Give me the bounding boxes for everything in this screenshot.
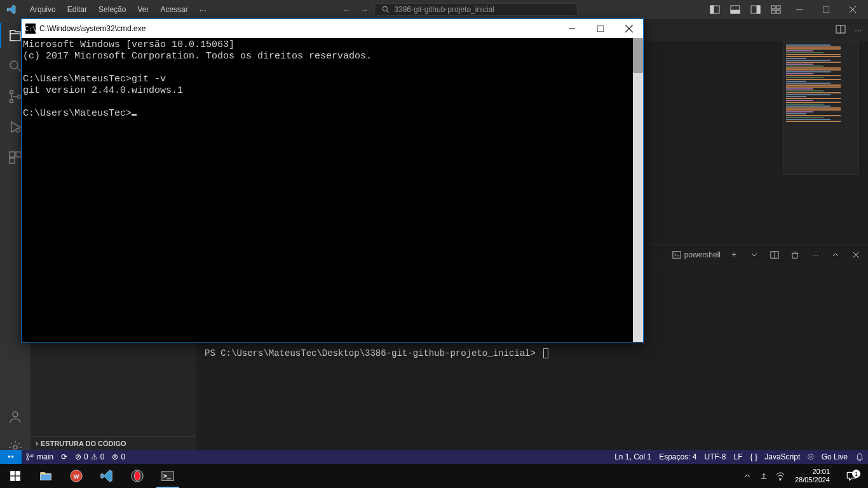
status-remote-icon[interactable] [0, 450, 22, 464]
cmd-minimize-button[interactable] [557, 19, 586, 38]
svg-rect-5 [731, 10, 740, 13]
chevron-right-icon: › [36, 439, 38, 448]
svg-point-26 [13, 445, 17, 449]
status-problems[interactable]: ⊘0 ⚠0 [71, 450, 108, 464]
window-close-button[interactable] [840, 0, 865, 19]
taskbar-explorer-icon[interactable] [31, 464, 61, 488]
minimap[interactable] [783, 41, 859, 175]
panel-more-icon[interactable]: ··· [808, 250, 822, 259]
cmd-line: C:\Users\MateusTec>git -v [23, 74, 166, 85]
layout-panel-icon[interactable] [726, 0, 745, 19]
cmd-body[interactable]: Microsoft Windows [versão 10.0.15063] (c… [22, 38, 643, 342]
cmd-scroll-thumb[interactable] [633, 38, 643, 73]
svg-rect-9 [776, 6, 780, 9]
split-editor-icon[interactable] [833, 22, 848, 39]
error-icon: ⊘ [75, 452, 81, 461]
branch-icon [25, 452, 34, 461]
broadcast-icon: ⦾ [808, 452, 814, 461]
taskbar-vscode-icon[interactable] [92, 464, 122, 488]
svg-point-44 [134, 471, 140, 481]
nav-back-icon[interactable]: ← [339, 2, 354, 17]
cmd-maximize-button[interactable] [586, 19, 614, 38]
terminal-cursor [543, 348, 548, 358]
terminal-tab-powershell[interactable]: powershell [672, 250, 721, 259]
svg-rect-13 [823, 6, 829, 13]
warning-icon: ⚠ [91, 452, 98, 461]
menu-acessar[interactable]: Acessar [155, 3, 193, 17]
svg-rect-49 [597, 25, 604, 32]
nav-forward-icon[interactable]: → [356, 2, 372, 17]
svg-point-0 [383, 6, 388, 11]
svg-rect-3 [710, 6, 714, 13]
cmd-window[interactable]: C:\ C:\Windows\system32\cmd.exe Microsof… [21, 18, 644, 342]
menu-bar: Arquivo Editar Seleção Ver Acessar ··· [22, 3, 212, 17]
new-terminal-icon[interactable]: ＋ [727, 249, 741, 260]
taskbar-date: 28/05/2024 [795, 476, 830, 484]
svg-rect-39 [10, 477, 15, 481]
start-button[interactable] [0, 464, 31, 488]
status-language[interactable]: { } JavaScript [747, 450, 804, 464]
taskbar-notifications-icon[interactable]: 1 [839, 470, 864, 482]
search-icon [381, 5, 390, 14]
outline-label: ESTRUTURA DO CÓDIGO [41, 440, 126, 447]
cmd-close-button[interactable] [614, 19, 643, 38]
terminal-icon [672, 250, 681, 259]
cmd-line: (c) 2017 Microsoft Corporation. Todos os… [23, 51, 372, 62]
layout-secondary-side-icon[interactable] [746, 0, 765, 19]
windows-taskbar: W >_ 20:01 28/05/2024 1 [0, 464, 868, 488]
terminal-prompt: PS C:\Users\MateusTec\Desktop\3386-git-g… [205, 348, 541, 358]
menu-arquivo[interactable]: Arquivo [25, 3, 61, 17]
menu-selecao[interactable]: Seleção [93, 3, 131, 17]
layout-customize-icon[interactable] [766, 0, 785, 19]
status-go-live[interactable]: ⦾ Go Live [804, 450, 851, 464]
taskbar-opera-icon[interactable] [122, 464, 153, 488]
menu-ver[interactable]: Ver [132, 3, 154, 17]
sidebar-section-outline[interactable]: › ESTRUTURA DO CÓDIGO [31, 436, 196, 450]
status-spaces[interactable]: Espaços: 4 [655, 450, 700, 464]
statusbar: main ⟳ ⊘0 ⚠0 ⊚0 Ln 1, Col 1 Espaços: 4 U… [0, 450, 868, 464]
svg-rect-23 [16, 152, 21, 157]
cmd-scrollbar[interactable] [633, 38, 643, 342]
taskbar-cmd-icon[interactable]: >_ [153, 464, 183, 488]
svg-point-20 [18, 95, 21, 98]
cmd-titlebar[interactable]: C:\ C:\Windows\system32\cmd.exe [22, 19, 643, 38]
kill-terminal-icon[interactable] [788, 250, 802, 259]
svg-rect-22 [10, 152, 15, 157]
tray-wifi-icon[interactable] [775, 464, 786, 488]
svg-rect-8 [771, 6, 775, 9]
tray-upload-icon[interactable] [758, 464, 770, 488]
more-actions-icon[interactable]: ··· [852, 23, 864, 37]
taskbar-clock[interactable]: 20:01 28/05/2024 [791, 468, 834, 484]
menu-more[interactable]: ··· [194, 3, 212, 17]
panel-maximize-icon[interactable] [829, 252, 843, 258]
panel-close-icon[interactable] [849, 252, 863, 258]
activity-account-icon[interactable] [0, 404, 31, 430]
cmd-title-text: C:\Windows\system32\cmd.exe [39, 24, 557, 33]
terminal-dropdown-icon[interactable] [747, 252, 761, 258]
braces-icon: { } [750, 452, 757, 461]
cmd-cursor [132, 114, 137, 116]
status-bell-icon[interactable] [851, 450, 868, 464]
cmd-line: Microsoft Windows [versão 10.0.15063] [23, 39, 234, 50]
taskbar-wps-icon[interactable]: W [61, 464, 92, 488]
tray-chevron-icon[interactable] [742, 464, 753, 488]
command-center[interactable]: 3386-git-github-projeto_inicial [374, 3, 578, 16]
split-terminal-icon[interactable] [768, 250, 782, 259]
vscode-logo-icon [0, 4, 22, 15]
svg-line-1 [387, 11, 389, 13]
status-radio[interactable]: ⊚0 [108, 450, 129, 464]
cmd-line: C:\Users\MateusTec> [23, 108, 132, 119]
window-minimize-button[interactable] [787, 0, 812, 19]
menu-editar[interactable]: Editar [62, 3, 92, 17]
status-ln-col[interactable]: Ln 1, Col 1 [611, 450, 655, 464]
radio-icon: ⊚ [112, 452, 118, 461]
status-branch[interactable]: main [22, 450, 57, 464]
status-encoding[interactable]: UTF-8 [701, 450, 730, 464]
window-maximize-button[interactable] [813, 0, 839, 19]
cmd-icon: C:\ [25, 24, 36, 34]
status-eol[interactable]: LF [730, 450, 747, 464]
svg-rect-37 [10, 471, 15, 475]
layout-primary-side-icon[interactable] [705, 0, 724, 19]
svg-point-19 [10, 100, 13, 103]
status-sync[interactable]: ⟳ [57, 450, 71, 464]
